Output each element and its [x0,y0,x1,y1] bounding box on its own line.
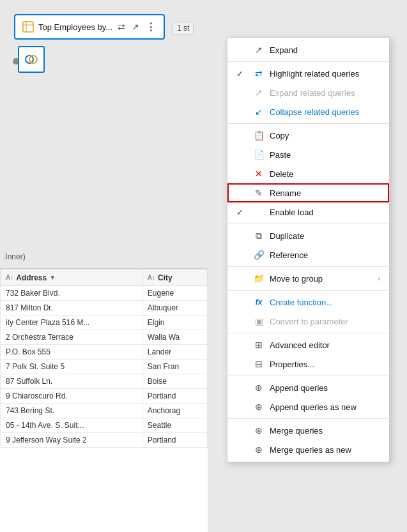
city-cell: Albuquer [142,300,207,315]
address-cell: 05 - 14th Ave. S. Suit... [1,418,142,432]
reference-icon: 🔗 [253,249,265,261]
more-button[interactable]: ⋮ [144,20,157,34]
menu-separator [227,266,389,267]
menu-item-merge-queries[interactable]: ⊛Merge queries [227,421,389,440]
city-cell: Lander [142,344,207,359]
menu-item-properties[interactable]: ⊟Properties... [227,354,389,374]
city-cell: Elgin [142,315,207,330]
query-card-actions: ⇄ ↗ ⋮ [116,20,157,34]
menu-item-expand[interactable]: ↗Expand [227,40,389,59]
city-cell: San Fran [142,359,207,374]
menu-separator [227,333,389,333]
address-cell: ity Center Plaza 516 M... [1,315,142,330]
reference-label: Reference [270,250,380,260]
icon-widget [18,46,45,73]
query-card-title: Top Employees by... [38,22,112,32]
data-table-container: A↕ Address ▼ A↕ City 732 Baker Blvd.Euge… [0,268,208,532]
table-row: 7 Polk St. Suite 5San Fran [1,359,208,374]
enable-load-label: Enable load [270,208,380,217]
menu-item-collapse-related[interactable]: ↙Collapse related queries [227,102,389,121]
context-menu: ↗Expand✓⇄Highlight related queries↗Expan… [227,37,390,462]
append-icon: ⊕ [253,382,265,393]
delete-label: Delete [270,169,380,179]
convert-icon: ▣ [253,315,265,327]
paste-icon: 📄 [253,149,265,160]
fx-icon: fx [253,296,265,308]
expand-icon: ↗ [253,44,265,56]
share-button[interactable]: ⇄ [116,20,127,33]
address-cell: P.O. Box 555 [1,344,142,359]
props-icon: ⊟ [253,358,265,370]
table-row: 817 Milton Dr.Albuquer [1,300,208,315]
editor-icon: ⊞ [253,339,265,351]
city-type-icon: A↕ [148,274,155,281]
address-cell: 9 Jefferson Way Suite 2 [1,432,142,447]
collapse-related-label: Collapse related queries [270,107,380,117]
menu-item-merge-queries-new[interactable]: ⊛Merge queries as new [227,440,389,459]
table-row: P.O. Box 555Lander [1,344,208,359]
menu-item-convert-param: ▣Convert to parameter [227,312,389,331]
create-function-label: Create function... [270,298,380,307]
city-cell: Portland [142,432,207,447]
address-cell: 7 Polk St. Suite 5 [1,359,142,374]
menu-item-expand-related: ↗Expand related queries [227,83,389,102]
expand-button[interactable]: ↗ [130,20,141,33]
menu-item-duplicate[interactable]: ⧉Duplicate [227,226,389,245]
menu-item-copy[interactable]: 📋Copy [227,126,389,145]
address-cell: 87 Suffolk Ln. [1,374,142,388]
menu-separator [227,290,389,291]
menu-item-append-queries[interactable]: ⊕Append queries [227,378,389,397]
city-cell: Seattle [142,418,207,432]
append-new-icon: ⊕ [253,401,265,413]
expand-related-label: Expand related queries [270,88,380,98]
menu-item-delete[interactable]: ✕Delete [227,164,389,183]
menu-separator [227,376,389,376]
expand-related-icon: ↗ [253,87,265,98]
expand-label: Expand [270,45,380,55]
copy-icon: 📋 [253,130,265,141]
duplicate-icon: ⧉ [253,230,265,241]
move-group-arrow: › [378,275,380,282]
address-cell: 817 Milton Dr. [1,300,142,315]
paste-label: Paste [270,150,380,160]
highlight-check: ✓ [236,69,248,79]
address-cell: 743 Bering St. [1,403,142,418]
highlight-label: Highlight related queries [270,69,380,79]
city-header-label: City [158,273,173,282]
properties-label: Properties... [270,360,380,369]
city-cell: Portland [142,388,207,403]
menu-item-advanced-editor[interactable]: ⊞Advanced editor [227,335,389,354]
menu-item-highlight[interactable]: ✓⇄Highlight related queries [227,64,389,83]
step-badge: 1 st [173,22,194,34]
append-queries-new-label: Append queries as new [270,402,380,412]
delete-icon: ✕ [253,168,265,179]
move-group-icon: 📁 [253,273,265,284]
merge-icon: ⊛ [253,425,265,436]
table-row: 2 Orchestra TerraceWalla Wa [1,330,208,344]
move-group-label: Move to group [270,274,372,284]
collapse-related-icon: ↙ [253,106,265,118]
menu-item-move-group[interactable]: 📁Move to group› [227,269,389,288]
address-sort-icon: ▼ [49,274,56,281]
rename-icon: ✎ [253,187,265,199]
menu-item-append-queries-new[interactable]: ⊕Append queries as new [227,397,389,416]
query-card: Top Employees by... ⇄ ↗ ⋮ [14,14,165,40]
table-row: 87 Suffolk Ln.Boise [1,374,208,388]
city-header[interactable]: A↕ City [142,270,207,286]
table-row: ity Center Plaza 516 M...Elgin [1,315,208,330]
address-header[interactable]: A↕ Address ▼ [1,270,142,286]
convert-param-label: Convert to parameter [270,317,380,326]
table-row: 9 Chiaroscuro Rd.Portland [1,388,208,403]
merge-queries-label: Merge queries [270,426,380,436]
address-cell: 2 Orchestra Terrace [1,330,142,344]
city-cell: Eugene [142,285,207,300]
advanced-editor-label: Advanced editor [270,340,380,350]
menu-item-reference[interactable]: 🔗Reference [227,245,389,264]
menu-item-create-function[interactable]: fxCreate function... [227,293,389,312]
menu-item-enable-load[interactable]: ✓Enable load [227,202,389,222]
address-type-icon: A↕ [6,274,13,281]
enable-icon [253,206,265,218]
menu-item-paste[interactable]: 📄Paste [227,145,389,164]
highlight-icon: ⇄ [253,68,265,79]
menu-item-rename[interactable]: ✎Rename [227,183,389,202]
